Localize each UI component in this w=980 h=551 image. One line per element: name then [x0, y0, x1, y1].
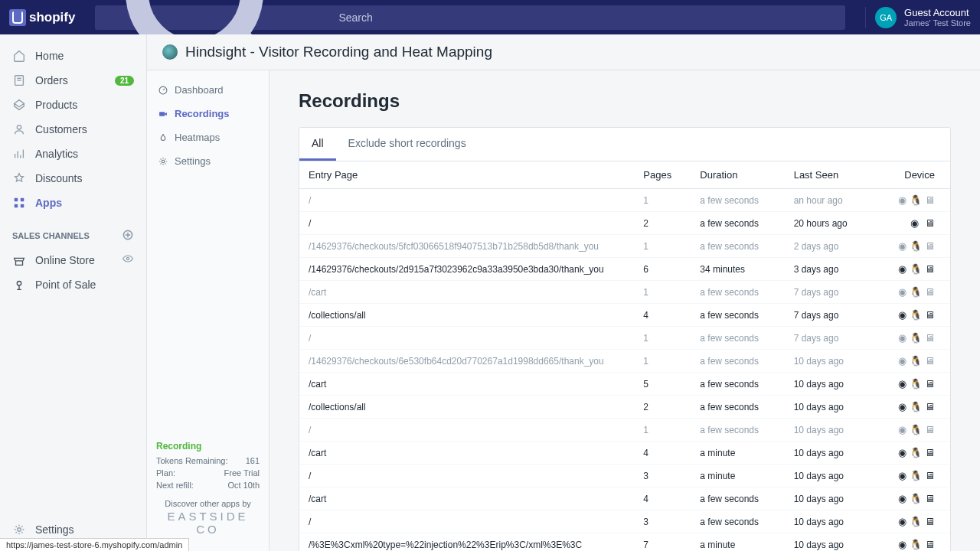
eye-icon[interactable]: [122, 253, 134, 267]
sidebar-item-apps[interactable]: Apps: [0, 191, 146, 215]
orders-icon: [12, 73, 26, 87]
col-last-seen[interactable]: Last Seen: [785, 161, 872, 189]
cell-entry: /cart: [299, 442, 634, 465]
channel-point-of-sale[interactable]: Point of Sale: [0, 272, 146, 297]
cell-duration: a few seconds: [691, 419, 784, 442]
cell-pages: 4: [634, 442, 691, 465]
cell-seen: 10 days ago: [785, 465, 872, 487]
logo[interactable]: shopify: [9, 9, 75, 26]
cell-pages: 1: [634, 189, 691, 212]
os-icon: 🐧: [910, 493, 922, 504]
cell-seen: 2 days ago: [785, 235, 872, 258]
cell-seen: 10 days ago: [785, 533, 872, 552]
table-row[interactable]: /3a minute10 days ago◉🐧🖥: [299, 465, 950, 487]
dashboard-icon: [158, 85, 168, 96]
col-pages[interactable]: Pages: [634, 161, 691, 189]
desktop-icon: 🖥: [925, 447, 935, 458]
cell-entry: /cart: [299, 487, 634, 510]
os-icon: 🐧: [910, 263, 922, 275]
os-icon: 🐧: [910, 539, 922, 550]
cell-pages: 3: [634, 465, 691, 487]
cell-entry: /14629376/checkouts/6e530fb64cd20d770267…: [299, 350, 634, 373]
cell-device: ◉🐧🖥: [872, 258, 950, 281]
orders-badge: 21: [115, 76, 134, 86]
cell-pages: 1: [634, 235, 691, 258]
sidebar-item-analytics[interactable]: Analytics: [0, 142, 146, 166]
store-icon: [12, 253, 26, 267]
cell-device: ◉🐧🖥: [872, 419, 950, 442]
cell-duration: a few seconds: [691, 487, 784, 510]
cell-pages: 1: [634, 281, 691, 304]
apps-icon: [12, 196, 26, 210]
cell-entry: /: [299, 465, 634, 487]
table-row[interactable]: /cart1a few seconds7 days ago◉🐧🖥: [299, 281, 950, 304]
table-row[interactable]: /collections/all4a few seconds7 days ago…: [299, 304, 950, 327]
app-nav-settings[interactable]: Settings: [147, 149, 269, 173]
sidebar-item-orders[interactable]: Orders21: [0, 68, 146, 93]
tab-all[interactable]: All: [299, 128, 336, 161]
desktop-icon: 🖥: [925, 332, 935, 344]
table-row[interactable]: /cart4a minute10 days ago◉🐧🖥: [299, 442, 950, 465]
search-input[interactable]: [95, 5, 845, 30]
os-icon: 🐧: [910, 355, 922, 367]
cell-pages: 3: [634, 510, 691, 533]
desktop-icon: 🖥: [925, 401, 935, 412]
sidebar-item-discounts[interactable]: Discounts: [0, 166, 146, 191]
table-row[interactable]: /14629376/checkouts/2d915a7f3023962c9a33…: [299, 258, 950, 281]
app-nav-dashboard[interactable]: Dashboard: [147, 78, 269, 102]
cell-duration: a minute: [691, 442, 784, 465]
table-row[interactable]: /1a few seconds10 days ago◉🐧🖥: [299, 419, 950, 442]
cell-seen: 10 days ago: [785, 442, 872, 465]
cell-entry: /collections/all: [299, 396, 634, 419]
cell-pages: 5: [634, 373, 691, 396]
app-nav-heatmaps[interactable]: Heatmaps: [147, 126, 269, 149]
table-row[interactable]: /cart4a few seconds10 days ago◉🐧🖥: [299, 487, 950, 510]
table-row[interactable]: /1a few secondsan hour ago◉🐧🖥: [299, 189, 950, 212]
chrome-icon: ◉: [898, 447, 906, 458]
col-entry-page[interactable]: Entry Page: [299, 161, 634, 189]
topbar: shopify GA Guest Account James' Test Sto…: [0, 0, 980, 34]
desktop-icon: 🖥: [925, 217, 935, 229]
app-nav-label: Settings: [175, 155, 211, 167]
chrome-icon: ◉: [898, 286, 906, 298]
table-row[interactable]: /collections/all2a few seconds10 days ag…: [299, 396, 950, 419]
table-row[interactable]: /14629376/checkouts/5fcf03066518f9407513…: [299, 235, 950, 258]
app-nav-label: Heatmaps: [175, 132, 220, 143]
add-channel-icon[interactable]: [122, 229, 134, 243]
channel-label: Online Store: [35, 254, 95, 266]
sidebar-item-label: Home: [35, 50, 64, 62]
channel-online-store[interactable]: Online Store: [0, 247, 146, 272]
cell-entry: /cart: [299, 373, 634, 396]
table-row[interactable]: /3a few seconds10 days ago◉🐧🖥: [299, 510, 950, 533]
cell-duration: 34 minutes: [691, 258, 784, 281]
table-row[interactable]: /2a few seconds20 hours ago◉🖥: [299, 212, 950, 235]
desktop-icon: 🖥: [925, 424, 935, 435]
search-field[interactable]: [338, 11, 838, 24]
table-row[interactable]: /14629376/checkouts/6e530fb64cd20d770267…: [299, 350, 950, 373]
sidebar-item-products[interactable]: Products: [0, 93, 146, 117]
cell-entry: /%3E%3Cxml%20type=%22injection%22%3Erip%…: [299, 533, 634, 552]
eastside-logo[interactable]: EASTSIDE CO: [156, 510, 260, 536]
sidebar-item-customers[interactable]: Customers: [0, 117, 146, 142]
account-menu[interactable]: GA Guest Account James' Test Store: [865, 7, 971, 28]
col-duration[interactable]: Duration: [691, 161, 784, 189]
home-icon: [12, 49, 26, 63]
cell-duration: a minute: [691, 533, 784, 552]
col-device[interactable]: Device: [872, 161, 950, 189]
cell-duration: a few seconds: [691, 510, 784, 533]
settings-label: Settings: [35, 523, 74, 536]
logo-text: shopify: [29, 10, 75, 25]
app-nav-recordings[interactable]: Recordings: [147, 102, 269, 126]
table-row[interactable]: /%3E%3Cxml%20type=%22injection%22%3Erip%…: [299, 533, 950, 552]
table-row[interactable]: /cart5a few seconds10 days ago◉🐧🖥: [299, 373, 950, 396]
chrome-icon: ◉: [898, 470, 906, 481]
cell-duration: a few seconds: [691, 350, 784, 373]
table-row[interactable]: /1a few seconds7 days ago◉🐧🖥: [299, 327, 950, 350]
svg-rect-21: [159, 112, 165, 116]
app-nav-label: Recordings: [175, 108, 230, 119]
sidebar-item-home[interactable]: Home: [0, 44, 146, 68]
cell-duration: a minute: [691, 465, 784, 487]
os-icon: 🐧: [910, 424, 922, 435]
cell-pages: 7: [634, 533, 691, 552]
tab-exclude-short-recordings[interactable]: Exclude short recordings: [336, 128, 479, 161]
